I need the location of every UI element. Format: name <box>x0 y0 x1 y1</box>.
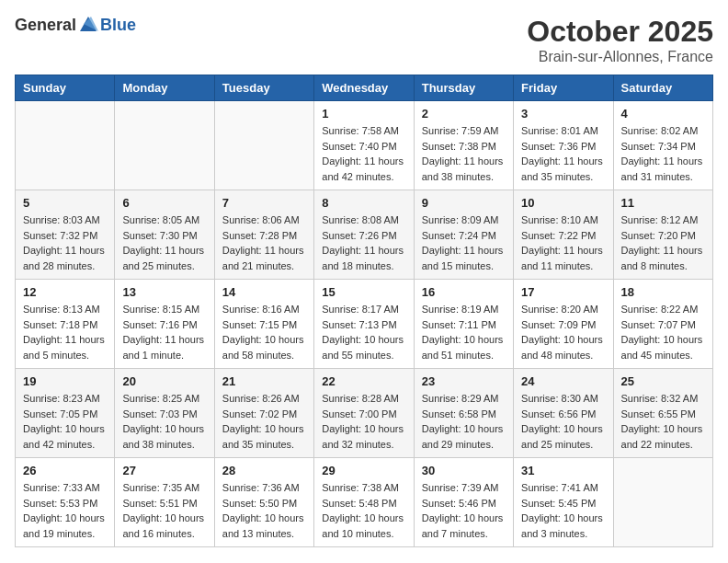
week-row-3: 12Sunrise: 8:13 AM Sunset: 7:18 PM Dayli… <box>16 280 713 369</box>
calendar-cell: 31Sunrise: 7:41 AM Sunset: 5:45 PM Dayli… <box>514 458 613 547</box>
calendar-cell: 26Sunrise: 7:33 AM Sunset: 5:53 PM Dayli… <box>16 458 115 547</box>
calendar-cell: 23Sunrise: 8:29 AM Sunset: 6:58 PM Dayli… <box>414 369 513 458</box>
calendar-cell: 15Sunrise: 8:17 AM Sunset: 7:13 PM Dayli… <box>314 280 414 369</box>
day-number: 16 <box>422 285 506 299</box>
col-header-tuesday: Tuesday <box>214 75 313 101</box>
calendar-cell: 2Sunrise: 7:59 AM Sunset: 7:38 PM Daylig… <box>414 101 513 190</box>
day-number: 1 <box>322 107 405 121</box>
calendar-cell: 10Sunrise: 8:10 AM Sunset: 7:22 PM Dayli… <box>514 190 613 280</box>
calendar-cell: 11Sunrise: 8:12 AM Sunset: 7:20 PM Dayli… <box>613 190 712 280</box>
calendar-cell: 28Sunrise: 7:36 AM Sunset: 5:50 PM Dayli… <box>214 458 313 547</box>
day-number: 17 <box>521 285 605 299</box>
calendar-cell: 18Sunrise: 8:22 AM Sunset: 7:07 PM Dayli… <box>613 280 712 369</box>
day-info: Sunrise: 7:59 AM Sunset: 7:38 PM Dayligh… <box>422 123 506 184</box>
day-info: Sunrise: 8:02 AM Sunset: 7:34 PM Dayligh… <box>621 123 705 184</box>
day-number: 31 <box>521 464 605 477</box>
day-number: 20 <box>122 374 206 388</box>
day-info: Sunrise: 8:08 AM Sunset: 7:26 PM Dayligh… <box>322 213 405 273</box>
day-info: Sunrise: 8:22 AM Sunset: 7:07 PM Dayligh… <box>621 302 705 362</box>
logo: General Blue <box>15 15 136 35</box>
day-number: 29 <box>322 464 405 477</box>
day-number: 26 <box>23 464 107 477</box>
day-info: Sunrise: 8:12 AM Sunset: 7:20 PM Dayligh… <box>621 213 705 273</box>
day-info: Sunrise: 7:41 AM Sunset: 5:45 PM Dayligh… <box>521 480 605 541</box>
day-info: Sunrise: 7:36 AM Sunset: 5:50 PM Dayligh… <box>222 480 306 541</box>
day-info: Sunrise: 8:28 AM Sunset: 7:00 PM Dayligh… <box>322 391 405 452</box>
day-number: 30 <box>422 464 506 477</box>
day-number: 24 <box>521 374 605 388</box>
calendar-cell: 20Sunrise: 8:25 AM Sunset: 7:03 PM Dayli… <box>115 369 214 458</box>
day-number: 21 <box>222 374 306 388</box>
day-number: 19 <box>23 374 107 388</box>
calendar-cell: 13Sunrise: 8:15 AM Sunset: 7:16 PM Dayli… <box>115 280 214 369</box>
day-number: 6 <box>122 196 206 210</box>
day-info: Sunrise: 8:19 AM Sunset: 7:11 PM Dayligh… <box>422 302 506 362</box>
calendar-cell: 8Sunrise: 8:08 AM Sunset: 7:26 PM Daylig… <box>314 190 414 280</box>
day-number: 14 <box>222 285 306 299</box>
day-number: 23 <box>422 374 506 388</box>
day-info: Sunrise: 8:16 AM Sunset: 7:15 PM Dayligh… <box>222 302 306 362</box>
day-number: 28 <box>222 464 306 477</box>
calendar-cell: 27Sunrise: 7:35 AM Sunset: 5:51 PM Dayli… <box>115 458 214 547</box>
day-info: Sunrise: 8:06 AM Sunset: 7:28 PM Dayligh… <box>222 213 306 273</box>
calendar-cell: 14Sunrise: 8:16 AM Sunset: 7:15 PM Dayli… <box>214 280 313 369</box>
calendar-cell: 21Sunrise: 8:26 AM Sunset: 7:02 PM Dayli… <box>214 369 313 458</box>
calendar-cell: 7Sunrise: 8:06 AM Sunset: 7:28 PM Daylig… <box>214 190 313 280</box>
day-info: Sunrise: 7:35 AM Sunset: 5:51 PM Dayligh… <box>122 480 206 541</box>
calendar-table: SundayMondayTuesdayWednesdayThursdayFrid… <box>15 75 713 547</box>
day-number: 18 <box>621 285 705 299</box>
day-number: 7 <box>222 196 306 210</box>
day-info: Sunrise: 8:10 AM Sunset: 7:22 PM Dayligh… <box>521 213 605 273</box>
calendar-cell: 25Sunrise: 8:32 AM Sunset: 6:55 PM Dayli… <box>613 369 712 458</box>
day-number: 8 <box>322 196 405 210</box>
day-number: 10 <box>521 196 605 210</box>
day-number: 13 <box>122 285 206 299</box>
day-info: Sunrise: 8:20 AM Sunset: 7:09 PM Dayligh… <box>521 302 605 362</box>
calendar-cell <box>214 101 313 190</box>
col-header-saturday: Saturday <box>613 75 712 101</box>
calendar-cell: 5Sunrise: 8:03 AM Sunset: 7:32 PM Daylig… <box>16 190 115 280</box>
day-number: 3 <box>521 107 605 121</box>
day-number: 27 <box>122 464 206 477</box>
calendar-cell: 3Sunrise: 8:01 AM Sunset: 7:36 PM Daylig… <box>514 101 613 190</box>
calendar-cell: 22Sunrise: 8:28 AM Sunset: 7:00 PM Dayli… <box>314 369 414 458</box>
week-row-2: 5Sunrise: 8:03 AM Sunset: 7:32 PM Daylig… <box>16 190 713 280</box>
day-info: Sunrise: 8:29 AM Sunset: 6:58 PM Dayligh… <box>422 391 506 452</box>
day-number: 2 <box>422 107 506 121</box>
day-info: Sunrise: 8:23 AM Sunset: 7:05 PM Dayligh… <box>23 391 107 452</box>
calendar-cell: 12Sunrise: 8:13 AM Sunset: 7:18 PM Dayli… <box>16 280 115 369</box>
month-title: October 2025 <box>527 15 713 49</box>
calendar-cell <box>613 458 712 547</box>
col-header-sunday: Sunday <box>16 75 115 101</box>
location-subtitle: Brain-sur-Allonnes, France <box>527 49 713 65</box>
day-info: Sunrise: 8:13 AM Sunset: 7:18 PM Dayligh… <box>23 302 107 362</box>
logo-blue-text: Blue <box>100 16 136 35</box>
day-number: 4 <box>621 107 705 121</box>
week-row-5: 26Sunrise: 7:33 AM Sunset: 5:53 PM Dayli… <box>16 458 713 547</box>
day-info: Sunrise: 8:15 AM Sunset: 7:16 PM Dayligh… <box>122 302 206 362</box>
day-number: 5 <box>23 196 107 210</box>
logo-icon <box>78 15 98 35</box>
calendar-cell: 30Sunrise: 7:39 AM Sunset: 5:46 PM Dayli… <box>414 458 513 547</box>
day-info: Sunrise: 7:58 AM Sunset: 7:40 PM Dayligh… <box>322 123 405 184</box>
day-info: Sunrise: 7:33 AM Sunset: 5:53 PM Dayligh… <box>23 480 107 541</box>
day-number: 15 <box>322 285 405 299</box>
title-block: October 2025 Brain-sur-Allonnes, France <box>527 15 713 65</box>
day-number: 11 <box>621 196 705 210</box>
calendar-cell <box>16 101 115 190</box>
day-info: Sunrise: 8:25 AM Sunset: 7:03 PM Dayligh… <box>122 391 206 452</box>
col-header-thursday: Thursday <box>414 75 513 101</box>
week-row-1: 1Sunrise: 7:58 AM Sunset: 7:40 PM Daylig… <box>16 101 713 190</box>
day-info: Sunrise: 8:03 AM Sunset: 7:32 PM Dayligh… <box>23 213 107 273</box>
calendar-cell: 9Sunrise: 8:09 AM Sunset: 7:24 PM Daylig… <box>414 190 513 280</box>
calendar-cell: 6Sunrise: 8:05 AM Sunset: 7:30 PM Daylig… <box>115 190 214 280</box>
day-info: Sunrise: 7:38 AM Sunset: 5:48 PM Dayligh… <box>322 480 405 541</box>
day-number: 25 <box>621 374 705 388</box>
calendar-cell: 17Sunrise: 8:20 AM Sunset: 7:09 PM Dayli… <box>514 280 613 369</box>
day-info: Sunrise: 8:26 AM Sunset: 7:02 PM Dayligh… <box>222 391 306 452</box>
col-header-friday: Friday <box>514 75 613 101</box>
day-info: Sunrise: 8:09 AM Sunset: 7:24 PM Dayligh… <box>422 213 506 273</box>
day-info: Sunrise: 8:05 AM Sunset: 7:30 PM Dayligh… <box>122 213 206 273</box>
calendar-cell: 29Sunrise: 7:38 AM Sunset: 5:48 PM Dayli… <box>314 458 414 547</box>
calendar-cell: 24Sunrise: 8:30 AM Sunset: 6:56 PM Dayli… <box>514 369 613 458</box>
